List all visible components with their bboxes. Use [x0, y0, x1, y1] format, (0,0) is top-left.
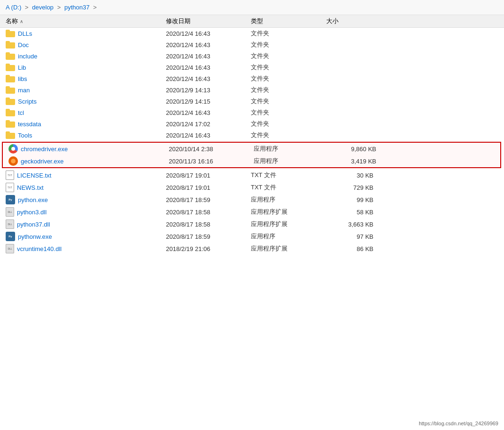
- file-type: 文件夹: [251, 74, 326, 83]
- file-type: TXT 文件: [251, 171, 326, 179]
- file-name: Doc: [18, 41, 29, 49]
- list-item[interactable]: DLL vcruntime140.dll 2018/2/19 21:06 应用程…: [0, 243, 504, 255]
- file-name: man: [18, 87, 30, 94]
- list-item[interactable]: libs 2020/12/4 16:43 文件夹: [0, 73, 504, 84]
- breadcrumb: A (D:) > develop > python37 >: [0, 0, 504, 15]
- file-type: 文件夹: [251, 131, 326, 139]
- file-date: 2020/8/17 18:59: [166, 233, 251, 240]
- file-name: python.exe: [18, 196, 48, 203]
- file-name: include: [18, 53, 37, 60]
- list-item[interactable]: man 2020/12/9 14:13 文件夹: [0, 84, 504, 96]
- file-type: 文件夹: [251, 86, 326, 94]
- file-date: 2020/12/4 16:43: [166, 109, 251, 116]
- file-date: 2020/8/17 19:01: [166, 184, 251, 191]
- file-name: Lib: [18, 64, 26, 71]
- file-date: 2020/12/4 16:43: [166, 64, 251, 71]
- file-name: vcruntime140.dll: [17, 245, 62, 252]
- list-item[interactable]: include 2020/12/4 16:43 文件夹: [0, 50, 504, 62]
- file-date: 2020/8/17 18:58: [166, 221, 251, 228]
- breadcrumb-sep-3: >: [91, 4, 99, 11]
- file-date: 2020/12/4 16:43: [166, 132, 251, 139]
- folder-icon: [6, 30, 15, 37]
- list-item[interactable]: DLL python37.dll 2020/8/17 18:58 应用程序扩展 …: [0, 218, 504, 230]
- vcruntime-dll-icon: DLL: [6, 244, 14, 253]
- txt-icon: TXT: [6, 170, 14, 180]
- folder-icon: [6, 131, 15, 139]
- file-type: 文件夹: [251, 97, 326, 105]
- sort-arrow-icon: ∧: [20, 19, 23, 24]
- file-size: 86 KB: [326, 245, 383, 252]
- list-item[interactable]: DLLs 2020/12/4 16:43 文件夹: [0, 28, 504, 39]
- file-explorer: 名称 ∧ 修改日期 类型 大小 DLLs 2020/12/4 16:43 文件夹…: [0, 15, 504, 255]
- file-size: 99 KB: [326, 196, 383, 203]
- file-type: TXT 文件: [251, 183, 326, 192]
- file-type: 应用程序: [251, 195, 326, 204]
- column-headers: 名称 ∧ 修改日期 类型 大小: [0, 15, 504, 28]
- list-item[interactable]: tessdata 2020/12/4 17:02 文件夹: [0, 118, 504, 130]
- file-date: 2020/8/17 18:59: [166, 196, 251, 203]
- list-item[interactable]: Doc 2020/12/4 16:43 文件夹: [0, 39, 504, 50]
- list-item[interactable]: DLL python3.dll 2020/8/17 18:58 应用程序扩展 5…: [0, 206, 504, 218]
- file-size: 3,419 KB: [329, 158, 386, 165]
- txt-icon: TXT: [6, 183, 14, 192]
- list-item[interactable]: Scripts 2020/12/9 14:15 文件夹: [0, 96, 504, 107]
- file-name: python37.dll: [17, 221, 50, 228]
- col-header-type[interactable]: 类型: [251, 17, 326, 25]
- file-date: 2020/12/4 16:43: [166, 41, 251, 49]
- file-name: Scripts: [18, 98, 37, 105]
- file-name: pythonw.exe: [18, 233, 52, 240]
- file-type: 文件夹: [251, 52, 326, 60]
- file-name: tcl: [18, 109, 24, 116]
- file-type: 应用程序: [251, 232, 326, 241]
- file-name: python3.dll: [17, 209, 47, 216]
- col-header-size[interactable]: 大小: [326, 17, 383, 25]
- breadcrumb-sep-1: >: [23, 4, 30, 11]
- list-item[interactable]: chromedriver.exe 2020/10/14 2:38 应用程序 9,…: [3, 143, 500, 155]
- file-date: 2020/11/3 16:16: [169, 158, 254, 165]
- folder-icon: [6, 75, 15, 82]
- folder-icon: [6, 97, 15, 105]
- list-item[interactable]: TXT LICENSE.txt 2020/8/17 19:01 TXT 文件 3…: [0, 169, 504, 181]
- folder-icon: [6, 52, 15, 60]
- python-exe-icon: Py: [6, 195, 15, 204]
- folder-icon: [6, 64, 15, 71]
- file-size: 58 KB: [326, 209, 383, 216]
- file-size: 30 KB: [326, 172, 383, 179]
- file-name: chromedriver.exe: [21, 146, 68, 153]
- file-date: 2020/8/17 18:58: [166, 209, 251, 216]
- folder-icon: [6, 86, 15, 94]
- file-size: 97 KB: [326, 233, 383, 240]
- list-item[interactable]: geckodriver.exe 2020/11/3 16:16 应用程序 3,4…: [3, 155, 500, 167]
- list-item[interactable]: Lib 2020/12/4 16:43 文件夹: [0, 62, 504, 73]
- file-date: 2020/12/9 14:15: [166, 98, 251, 105]
- file-size: 9,860 KB: [329, 146, 386, 153]
- file-date: 2020/12/4 16:43: [166, 30, 251, 37]
- file-type: 文件夹: [251, 108, 326, 117]
- col-header-date[interactable]: 修改日期: [166, 17, 251, 25]
- breadcrumb-python37[interactable]: python37: [64, 4, 90, 11]
- file-type: 应用程序: [254, 145, 329, 153]
- list-item[interactable]: Py pythonw.exe 2020/8/17 18:59 应用程序 97 K…: [0, 230, 504, 243]
- col-header-name[interactable]: 名称 ∧: [6, 17, 166, 25]
- file-type: 应用程序: [254, 157, 329, 165]
- chrome-exe-icon: [8, 144, 18, 154]
- file-type: 文件夹: [251, 120, 326, 128]
- breadcrumb-develop[interactable]: develop: [32, 4, 54, 11]
- pythonw-exe-icon: Py: [6, 232, 15, 241]
- list-item[interactable]: tcl 2020/12/4 16:43 文件夹: [0, 107, 504, 118]
- file-type: 应用程序扩展: [251, 208, 326, 216]
- file-name: DLLs: [18, 30, 32, 37]
- file-name: libs: [18, 75, 27, 82]
- file-type: 文件夹: [251, 63, 326, 72]
- file-size: 3,663 KB: [326, 221, 383, 228]
- list-item[interactable]: Py python.exe 2020/8/17 18:59 应用程序 99 KB: [0, 194, 504, 206]
- breadcrumb-drive[interactable]: A (D:): [6, 4, 21, 11]
- list-item[interactable]: TXT NEWS.txt 2020/8/17 19:01 TXT 文件 729 …: [0, 181, 504, 194]
- folder-icon: [6, 41, 15, 49]
- file-name: geckodriver.exe: [21, 158, 64, 165]
- file-type: 文件夹: [251, 29, 326, 38]
- file-date: 2018/2/19 21:06: [166, 245, 251, 252]
- list-item[interactable]: Tools 2020/12/4 16:43 文件夹: [0, 130, 504, 141]
- breadcrumb-sep-2: >: [56, 4, 63, 11]
- file-list: DLLs 2020/12/4 16:43 文件夹 Doc 2020/12/4 1…: [0, 28, 504, 255]
